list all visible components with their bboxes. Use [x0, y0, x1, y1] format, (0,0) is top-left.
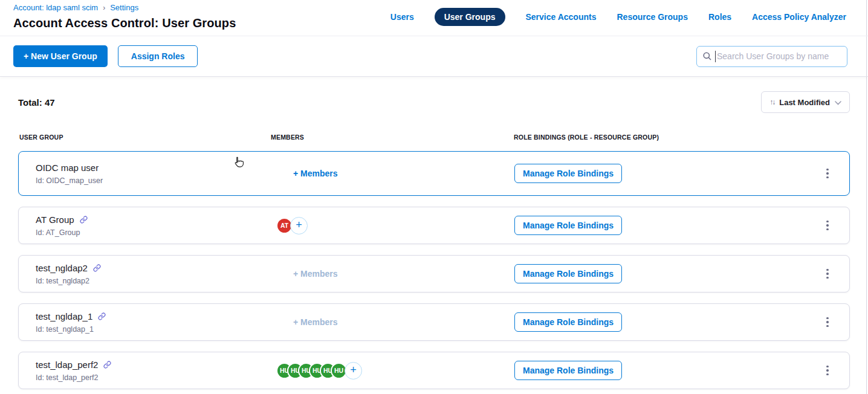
- user-group-cell: test_ngldap_1 Id: test_ngldap_1: [36, 311, 271, 334]
- user-group-name: test_ldap_perf2: [36, 360, 98, 370]
- members-cell: + Members: [271, 168, 514, 179]
- text-caret: [715, 51, 716, 62]
- user-group-id: Id: AT_Group: [36, 228, 271, 237]
- external-link-icon: [103, 361, 111, 369]
- chevron-down-icon: [835, 97, 841, 108]
- tab-resource-groups[interactable]: Resource Groups: [617, 12, 687, 22]
- user-group-name: test_ngldap_1: [36, 311, 92, 321]
- external-link-icon: [80, 216, 88, 224]
- user-group-id: Id: OIDC_map_user: [36, 176, 271, 185]
- row-menu-icon[interactable]: [823, 217, 832, 234]
- search-icon: [702, 51, 712, 63]
- members-cell: AT +: [271, 217, 514, 234]
- manage-role-bindings-button[interactable]: Manage Role Bindings: [514, 164, 622, 183]
- total-count: Total: 47: [18, 97, 55, 108]
- sort-arrows-icon: ↑↓: [769, 98, 774, 106]
- table-header-row: USER GROUP MEMBERS ROLE BINDINGS (ROLE -…: [18, 134, 850, 141]
- user-group-name: test_ngldap2: [36, 263, 88, 273]
- search-input[interactable]: [696, 46, 847, 67]
- tab-roles[interactable]: Roles: [708, 12, 731, 22]
- role-bindings-cell: Manage Role Bindings: [514, 312, 806, 332]
- search-box: [696, 46, 847, 67]
- member-avatars: AT +: [276, 217, 514, 234]
- row-menu-icon[interactable]: [823, 265, 832, 283]
- user-group-cell: test_ldap_perf2 Id: test_ldap_perf2: [36, 360, 271, 382]
- add-members-link[interactable]: + Members: [293, 169, 338, 178]
- table-row[interactable]: OIDC map user Id: OIDC_map_user + Member…: [18, 151, 850, 196]
- add-members-link[interactable]: + Members: [293, 269, 338, 279]
- breadcrumb-account[interactable]: Account: ldap saml scim: [13, 3, 98, 12]
- row-menu-icon[interactable]: [823, 314, 832, 331]
- column-header-members: MEMBERS: [271, 134, 514, 141]
- toolbar: + New User Group Assign Roles: [0, 36, 868, 77]
- assign-roles-button[interactable]: Assign Roles: [118, 45, 198, 67]
- table-row[interactable]: test_ldap_perf2 Id: test_ldap_perf2 HU H…: [18, 352, 850, 389]
- manage-role-bindings-button[interactable]: Manage Role Bindings: [514, 312, 622, 332]
- user-group-id: Id: test_ngldap2: [36, 277, 271, 285]
- role-bindings-cell: Manage Role Bindings: [514, 264, 806, 283]
- sort-dropdown[interactable]: ↑↓ Last Modified: [761, 91, 850, 113]
- table-row[interactable]: AT Group Id: AT_Group AT + Mana: [18, 207, 850, 244]
- members-cell: + Members: [271, 317, 514, 328]
- user-group-name: OIDC map user: [36, 163, 99, 173]
- user-group-id: Id: test_ldap_perf2: [36, 373, 271, 382]
- manage-role-bindings-button[interactable]: Manage Role Bindings: [514, 216, 622, 235]
- breadcrumb-separator: ›: [103, 4, 105, 12]
- page-header: Account: ldap saml scim › Settings Accou…: [0, 0, 868, 36]
- member-avatars: HU HU HU HU HU HU +: [276, 362, 514, 379]
- manage-role-bindings-button[interactable]: Manage Role Bindings: [514, 361, 622, 380]
- add-members-link[interactable]: + Members: [293, 317, 338, 327]
- members-cell: + Members: [271, 268, 514, 279]
- column-header-role-bindings: ROLE BINDINGS (ROLE - RESOURCE GROUP): [514, 134, 806, 141]
- table-row[interactable]: test_ngldap2 Id: test_ngldap2 + Members …: [18, 255, 850, 292]
- new-user-group-button[interactable]: + New User Group: [13, 45, 108, 67]
- user-group-cell: test_ngldap2 Id: test_ngldap2: [36, 263, 271, 285]
- column-header-actions: [806, 134, 850, 141]
- column-header-user-group: USER GROUP: [19, 134, 271, 141]
- breadcrumb: Account: ldap saml scim › Settings: [13, 3, 236, 12]
- tab-users[interactable]: Users: [390, 12, 414, 22]
- page-title: Account Access Control: User Groups: [13, 16, 236, 30]
- user-group-cell: OIDC map user Id: OIDC_map_user: [36, 163, 271, 185]
- user-group-cell: AT Group Id: AT_Group: [36, 215, 271, 237]
- sort-dropdown-label: Last Modified: [779, 98, 830, 107]
- add-member-button[interactable]: +: [290, 217, 308, 234]
- tab-access-policy-analyzer[interactable]: Access Policy Analyzer: [752, 12, 846, 22]
- breadcrumb-settings[interactable]: Settings: [110, 3, 138, 12]
- external-link-icon: [93, 264, 101, 272]
- user-group-rows: OIDC map user Id: OIDC_map_user + Member…: [18, 151, 850, 394]
- list-meta-row: Total: 47 ↑↓ Last Modified: [18, 91, 850, 113]
- role-bindings-cell: Manage Role Bindings: [514, 164, 806, 183]
- row-menu-icon[interactable]: [823, 362, 832, 379]
- tab-service-accounts[interactable]: Service Accounts: [526, 12, 597, 22]
- manage-role-bindings-button[interactable]: Manage Role Bindings: [514, 264, 622, 283]
- members-cell: HU HU HU HU HU HU +: [271, 362, 514, 379]
- access-control-nav: Users User Groups Service Accounts Resou…: [390, 8, 846, 26]
- role-bindings-cell: Manage Role Bindings: [514, 216, 806, 235]
- role-bindings-cell: Manage Role Bindings: [514, 361, 806, 380]
- tab-user-groups[interactable]: User Groups: [435, 8, 505, 26]
- add-member-button[interactable]: +: [345, 362, 362, 379]
- user-group-name: AT Group: [36, 215, 74, 225]
- user-group-id: Id: test_ngldap_1: [36, 325, 271, 334]
- user-groups-list-section: Total: 47 ↑↓ Last Modified USER GROUP ME…: [0, 77, 868, 394]
- table-row[interactable]: test_ngldap_1 Id: test_ngldap_1 + Member…: [18, 303, 850, 341]
- external-link-icon: [98, 312, 106, 320]
- row-menu-icon[interactable]: [823, 165, 832, 182]
- header-left: Account: ldap saml scim › Settings Accou…: [13, 3, 236, 30]
